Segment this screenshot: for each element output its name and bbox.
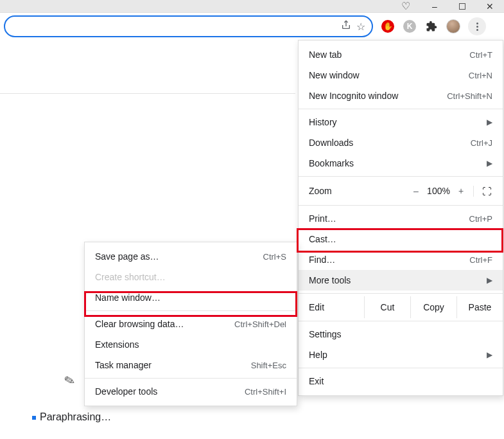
bookmark-star-icon[interactable]: ☆ — [356, 21, 365, 33]
menu-history[interactable]: History ▶ — [299, 112, 503, 132]
edit-copy-button[interactable]: Copy — [410, 296, 456, 318]
adblock-extension-icon[interactable]: ✋ — [381, 19, 395, 33]
submenu-extensions[interactable]: Extensions — [85, 334, 297, 355]
edit-label: Edit — [299, 302, 364, 312]
menu-label: Name window… — [95, 292, 286, 303]
menu-label: Cast… — [309, 234, 492, 244]
chevron-right-icon: ▶ — [487, 118, 492, 127]
profile-avatar[interactable] — [446, 19, 460, 33]
menu-new-window[interactable]: New window Ctrl+N — [299, 65, 503, 85]
k-extension-icon[interactable]: K — [403, 19, 417, 33]
menu-label: Create shortcut… — [95, 272, 286, 282]
toolbar-extensions: ✋ K — [373, 17, 486, 35]
more-tools-submenu: Save page as… Ctrl+S Create shortcut… Na… — [84, 242, 297, 406]
chrome-menu-button[interactable] — [468, 17, 486, 35]
window-titlebar: ♡ – ✕ — [0, 0, 504, 13]
chevron-right-icon: ▶ — [487, 350, 492, 359]
menu-settings[interactable]: Settings — [299, 324, 503, 345]
menu-shortcut: Ctrl+N — [469, 71, 492, 80]
menu-find[interactable]: Find… Ctrl+F — [299, 249, 503, 270]
fullscreen-icon[interactable]: ⛶ — [482, 186, 491, 197]
zoom-label: Zoom — [309, 186, 408, 196]
page-status: Paraphrasing… — [32, 411, 111, 423]
menu-label: More tools — [309, 275, 487, 285]
address-bar[interactable]: ☆ — [4, 15, 373, 37]
menu-separator — [85, 310, 297, 311]
menu-separator — [299, 109, 503, 109]
menu-label: Help — [309, 350, 487, 360]
menu-label: Clear browsing data… — [95, 319, 234, 329]
menu-label: Downloads — [309, 138, 471, 148]
extensions-puzzle-icon[interactable] — [424, 19, 439, 33]
share-icon[interactable] — [341, 20, 351, 33]
menu-shortcut: Ctrl+Shift+N — [447, 91, 492, 101]
menu-label: Task manager — [95, 360, 251, 370]
menu-label: Exit — [309, 376, 492, 386]
window-maximize-button[interactable] — [459, 3, 465, 10]
zoom-in-button[interactable]: + — [453, 186, 469, 196]
url-input[interactable] — [12, 21, 336, 32]
menu-separator — [85, 378, 297, 379]
submenu-name-window[interactable]: Name window… — [85, 287, 297, 308]
submenu-save-page[interactable]: Save page as… Ctrl+S — [85, 246, 297, 267]
menu-help[interactable]: Help ▶ — [299, 345, 503, 365]
edit-cut-button[interactable]: Cut — [364, 296, 410, 318]
menu-label: Save page as… — [95, 251, 263, 262]
menu-more-tools[interactable]: More tools ▶ — [299, 270, 503, 291]
menu-shortcut: Ctrl+Shift+I — [245, 387, 286, 397]
menu-separator — [299, 321, 503, 321]
menu-cast[interactable]: Cast… — [299, 229, 503, 249]
menu-shortcut: Ctrl+J — [471, 138, 492, 148]
pen-icon: ✎ — [62, 372, 77, 390]
submenu-create-shortcut: Create shortcut… — [85, 267, 297, 287]
menu-label: New window — [309, 70, 469, 80]
menu-zoom: Zoom – 100% + ⛶ — [299, 179, 503, 202]
menu-separator — [299, 368, 503, 368]
chrome-main-menu: New tab Ctrl+T New window Ctrl+N New Inc… — [298, 40, 503, 396]
menu-shortcut: Ctrl+F — [469, 255, 492, 265]
menu-label: Bookmarks — [309, 158, 487, 168]
submenu-clear-browsing-data[interactable]: Clear browsing data… Ctrl+Shift+Del — [85, 314, 297, 334]
menu-shortcut: Ctrl+Shift+Del — [234, 319, 286, 329]
menu-label: Developer tools — [95, 386, 245, 397]
menu-label: New Incognito window — [309, 91, 447, 101]
menu-separator — [299, 176, 503, 177]
edit-paste-button[interactable]: Paste — [456, 296, 503, 318]
menu-edit-row: Edit Cut Copy Paste — [299, 296, 503, 318]
menu-exit[interactable]: Exit — [299, 371, 503, 391]
submenu-task-manager[interactable]: Task manager Shift+Esc — [85, 355, 297, 375]
menu-new-incognito[interactable]: New Incognito window Ctrl+Shift+N — [299, 85, 503, 106]
zoom-out-button[interactable]: – — [408, 186, 424, 196]
window-minimize-button[interactable]: – — [426, 1, 444, 12]
menu-bookmarks[interactable]: Bookmarks ▶ — [299, 153, 503, 174]
menu-label: History — [309, 117, 487, 127]
window-close-button[interactable]: ✕ — [481, 1, 499, 12]
menu-shortcut: Ctrl+P — [469, 214, 492, 224]
menu-label: Print… — [309, 213, 469, 224]
status-text: Paraphrasing… — [40, 411, 111, 422]
menu-shortcut: Ctrl+S — [263, 252, 286, 262]
menu-shortcut: Ctrl+T — [469, 50, 492, 60]
menu-label: Extensions — [95, 339, 286, 350]
menu-label: Find… — [309, 255, 469, 265]
heart-icon: ♡ — [401, 0, 410, 12]
menu-separator — [299, 293, 503, 294]
zoom-value: 100% — [424, 186, 453, 196]
submenu-developer-tools[interactable]: Developer tools Ctrl+Shift+I — [85, 381, 297, 402]
content-separator — [0, 93, 295, 94]
menu-downloads[interactable]: Downloads Ctrl+J — [299, 132, 503, 153]
browser-toolbar: ☆ ✋ K — [0, 13, 504, 40]
menu-new-tab[interactable]: New tab Ctrl+T — [299, 44, 503, 65]
chevron-right-icon: ▶ — [487, 276, 492, 285]
menu-label: New tab — [309, 49, 469, 60]
menu-shortcut: Shift+Esc — [251, 361, 286, 370]
menu-separator — [299, 205, 503, 206]
menu-label: Settings — [309, 329, 492, 339]
status-dot-icon — [32, 416, 36, 420]
chevron-right-icon: ▶ — [487, 159, 492, 168]
menu-print[interactable]: Print… Ctrl+P — [299, 208, 503, 229]
